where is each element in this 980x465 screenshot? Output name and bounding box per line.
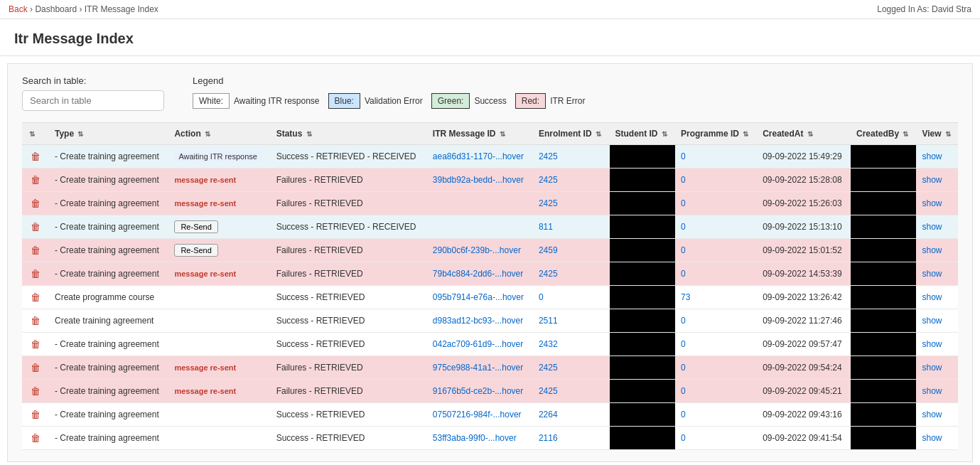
created-by-cell [851, 286, 916, 309]
show-link[interactable]: show [922, 198, 942, 208]
programme-id-link[interactable]: 0 [681, 245, 686, 255]
delete-button[interactable]: 🗑 [28, 360, 43, 375]
programme-id-link[interactable]: 73 [681, 292, 690, 302]
delete-cell: 🗑 [22, 427, 49, 450]
programme-id-link[interactable]: 0 [681, 316, 686, 326]
created-at-cell: 09-09-2022 14:53:39 [757, 262, 851, 286]
itr-message-id-link[interactable]: 975ce988-41a1-...hover [433, 363, 523, 373]
back-link[interactable]: Back [9, 4, 28, 14]
enrolment-id-link[interactable]: 2425 [539, 198, 558, 208]
delete-button[interactable]: 🗑 [28, 267, 43, 281]
delete-button[interactable]: 🗑 [28, 290, 43, 304]
table-row: 🗑- Create training agreementRe-SendSucce… [22, 215, 958, 239]
table-row: 🗑- Create training agreementSuccess - RE… [22, 427, 958, 450]
col-created-by[interactable]: CreatedBy ⇅ [851, 123, 916, 145]
resent-badge: message re-sent [174, 176, 236, 184]
breadcrumb-separator2: › [79, 4, 84, 14]
delete-button[interactable]: 🗑 [28, 220, 43, 234]
enrolment-id-link[interactable]: 2425 [539, 269, 558, 279]
enrolment-id-cell: 2432 [533, 333, 610, 356]
itr-message-id-link[interactable]: 79b4c884-2dd6-...hover [433, 269, 523, 279]
delete-button[interactable]: 🗑 [28, 431, 43, 445]
programme-id-cell: 0 [675, 192, 757, 215]
itr-message-id-link[interactable]: d983ad12-bc93-...hover [433, 316, 523, 326]
col-itr-message-id[interactable]: ITR Message ID ⇅ [427, 123, 533, 145]
delete-button[interactable]: 🗑 [28, 173, 43, 187]
programme-id-link[interactable]: 0 [681, 222, 686, 232]
view-cell: show [916, 380, 958, 403]
itr-message-id-link[interactable]: 095b7914-e76a-...hover [433, 292, 524, 302]
table-row: 🗑- Create training agreementmessage re-s… [22, 192, 958, 215]
col-type[interactable]: Type ⇅ [49, 123, 168, 145]
delete-button[interactable]: 🗑 [28, 384, 43, 398]
col-view[interactable]: View ⇅ [916, 123, 958, 145]
show-link[interactable]: show [922, 363, 942, 373]
enrolment-id-link[interactable]: 2425 [539, 151, 558, 161]
legend-badge-green: Green: [431, 93, 470, 109]
enrolment-id-link[interactable]: 2432 [539, 339, 558, 349]
show-link[interactable]: show [922, 151, 942, 161]
itr-message-id-cell [427, 192, 533, 215]
created-at-cell: 09-09-2022 15:01:52 [757, 239, 851, 262]
col-created-at[interactable]: CreatedAt ⇅ [757, 123, 851, 145]
itr-message-id-link[interactable]: 53ff3aba-99f0-...hover [433, 433, 517, 443]
col-action[interactable]: Action ⇅ [168, 123, 270, 145]
itr-message-id-cell: 07507216-984f-...hover [427, 403, 533, 427]
table-row: 🗑- Create training agreementRe-SendFailu… [22, 239, 958, 262]
breadcrumb: Back › Dashboard › ITR Message Index [9, 4, 158, 14]
show-link[interactable]: show [922, 410, 942, 419]
show-link[interactable]: show [922, 175, 942, 185]
show-link[interactable]: show [922, 316, 942, 326]
enrolment-id-link[interactable]: 2459 [539, 245, 558, 255]
show-link[interactable]: show [922, 222, 942, 232]
delete-button[interactable]: 🗑 [28, 196, 43, 210]
delete-button[interactable]: 🗑 [28, 149, 43, 164]
enrolment-id-link[interactable]: 811 [539, 222, 553, 232]
enrolment-id-cell: 2459 [533, 239, 610, 262]
show-link[interactable]: show [922, 292, 942, 302]
created-by-cell [851, 145, 916, 169]
programme-id-link[interactable]: 0 [681, 151, 686, 161]
show-link[interactable]: show [922, 386, 942, 396]
programme-id-link[interactable]: 0 [681, 175, 686, 185]
enrolment-id-link[interactable]: 2425 [539, 363, 558, 373]
itr-message-id-link[interactable]: 290b0c6f-239b-...hover [433, 245, 521, 255]
show-link[interactable]: show [922, 245, 942, 255]
programme-id-cell: 0 [675, 169, 757, 192]
programme-id-link[interactable]: 0 [681, 386, 686, 396]
enrolment-id-cell: 2425 [533, 145, 610, 169]
delete-button[interactable]: 🗑 [28, 243, 43, 257]
delete-button[interactable]: 🗑 [28, 337, 43, 351]
enrolment-id-link[interactable]: 2425 [539, 175, 558, 185]
status-cell: Failures - RETRIEVED [271, 356, 427, 380]
programme-id-link[interactable]: 0 [681, 269, 686, 279]
enrolment-id-link[interactable]: 2425 [539, 386, 558, 396]
itr-message-id-link[interactable]: 07507216-984f-...hover [433, 410, 522, 419]
itr-message-id-link[interactable]: aea86d31-1170-...hover [433, 151, 524, 161]
col-programme-id[interactable]: Programme ID ⇅ [675, 123, 757, 145]
type-cell: Create programme course [49, 286, 168, 309]
enrolment-id-link[interactable]: 2511 [539, 316, 558, 326]
show-link[interactable]: show [922, 269, 942, 279]
enrolment-id-link[interactable]: 2264 [539, 410, 558, 419]
enrolment-id-link[interactable]: 0 [539, 292, 544, 302]
programme-id-link[interactable]: 0 [681, 410, 686, 419]
itr-message-id-link[interactable]: 042ac709-61d9-...hover [433, 339, 523, 349]
itr-message-id-link[interactable]: 39bdb92a-bedd-...hover [433, 175, 524, 185]
enrolment-id-link[interactable]: 2116 [539, 433, 558, 443]
col-enrolment-id[interactable]: Enrolment ID ⇅ [533, 123, 610, 145]
programme-id-link[interactable]: 0 [681, 339, 686, 349]
search-input[interactable] [22, 90, 164, 111]
programme-id-link[interactable]: 0 [681, 198, 686, 208]
col-student-id[interactable]: Student ID ⇅ [610, 123, 675, 145]
col-status[interactable]: Status ⇅ [271, 123, 427, 145]
delete-button[interactable]: 🗑 [28, 407, 43, 422]
resend-button[interactable]: Re-Send [174, 244, 217, 257]
programme-id-link[interactable]: 0 [681, 363, 686, 373]
programme-id-link[interactable]: 0 [681, 433, 686, 443]
show-link[interactable]: show [922, 433, 942, 443]
show-link[interactable]: show [922, 339, 942, 349]
resend-button[interactable]: Re-Send [174, 220, 217, 233]
itr-message-id-link[interactable]: 91676b5d-ce2b-...hover [433, 386, 523, 396]
delete-button[interactable]: 🗑 [28, 314, 43, 328]
